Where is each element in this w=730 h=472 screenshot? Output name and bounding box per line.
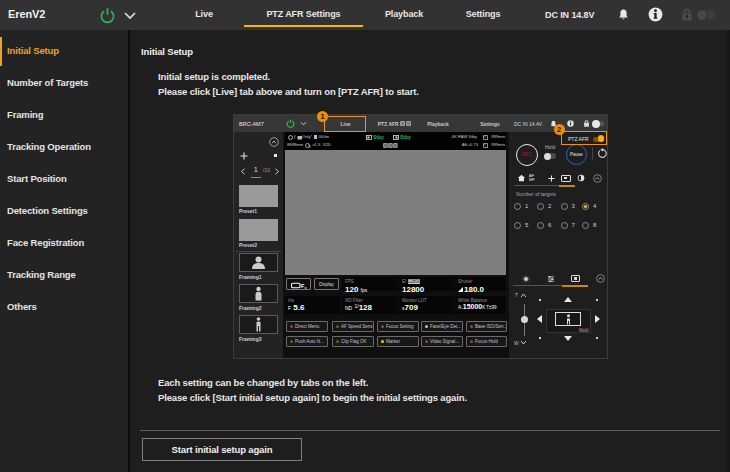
- svg-text:x: x: [305, 284, 308, 288]
- svg-text:%: %: [308, 144, 310, 147]
- svg-text:f: f: [294, 135, 296, 140]
